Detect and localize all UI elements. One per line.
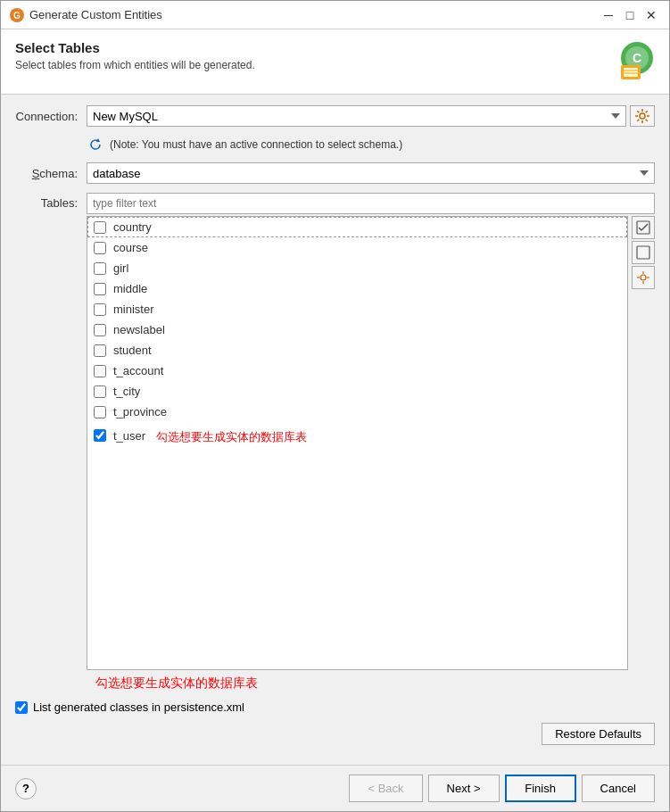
title-bar: G Generate Custom Entities ─ □ ✕ bbox=[1, 1, 669, 29]
footer-right: < Back Next > Finish Cancel bbox=[349, 775, 655, 802]
tables-content: countrycoursegirlmiddleministernewslabel… bbox=[87, 193, 655, 692]
back-button[interactable]: < Back bbox=[349, 775, 422, 802]
schema-row: Schema: database bbox=[15, 162, 655, 184]
table-row[interactable]: t_account bbox=[87, 360, 627, 381]
table-name: minister bbox=[113, 302, 154, 316]
table-checkbox[interactable] bbox=[94, 406, 106, 418]
table-name: course bbox=[113, 241, 148, 254]
main-window: G Generate Custom Entities ─ □ ✕ Select … bbox=[0, 0, 670, 812]
connection-select[interactable]: New MySQL bbox=[87, 105, 626, 127]
maximize-button[interactable]: □ bbox=[621, 6, 639, 24]
table-checkbox[interactable] bbox=[94, 385, 106, 398]
table-checkbox[interactable] bbox=[94, 365, 106, 377]
tables-label: Tables: bbox=[15, 193, 87, 692]
table-checkbox[interactable] bbox=[94, 324, 106, 336]
table-row[interactable]: country bbox=[87, 217, 627, 237]
connection-label: Connection: bbox=[15, 110, 87, 123]
connection-settings-button[interactable] bbox=[630, 105, 655, 127]
connection-row: Connection: New MySQL bbox=[15, 105, 655, 127]
annotation-inline: 勾选想要生成实体的数据库表 bbox=[156, 426, 307, 445]
finish-button[interactable]: Finish bbox=[505, 775, 576, 802]
note-text: (Note: You must have an active connectio… bbox=[110, 138, 402, 151]
restore-defaults-button[interactable]: Restore Defaults bbox=[542, 723, 655, 745]
restore-row: Restore Defaults bbox=[15, 723, 655, 745]
table-name: country bbox=[113, 220, 152, 234]
table-checkbox[interactable] bbox=[94, 262, 106, 275]
table-name: newslabel bbox=[113, 323, 165, 336]
schema-select[interactable]: database bbox=[87, 162, 655, 184]
persistence-checkbox[interactable] bbox=[15, 701, 28, 714]
table-row[interactable]: course bbox=[87, 237, 627, 258]
table-checkbox[interactable] bbox=[94, 221, 106, 234]
table-row[interactable]: t_province bbox=[87, 402, 627, 422]
title-bar-left: G Generate Custom Entities bbox=[10, 8, 162, 22]
deselect-all-button[interactable] bbox=[632, 241, 655, 264]
table-row[interactable]: newslabel bbox=[87, 319, 627, 340]
content-area: Connection: New MySQL bbox=[1, 95, 669, 765]
table-name: t_province bbox=[113, 405, 167, 418]
table-checkbox[interactable] bbox=[94, 344, 106, 357]
next-button[interactable]: Next > bbox=[428, 775, 500, 802]
table-row[interactable]: t_user勾选想要生成实体的数据库表 bbox=[87, 422, 627, 449]
tables-section: Tables: countrycoursegirlmiddleministern… bbox=[15, 193, 655, 692]
svg-point-12 bbox=[641, 275, 646, 280]
table-checkbox[interactable] bbox=[94, 429, 106, 442]
select-all-button[interactable] bbox=[632, 216, 655, 239]
table-list-wrapper: countrycoursegirlmiddleministernewslabel… bbox=[87, 216, 655, 670]
list-action-buttons bbox=[632, 216, 655, 670]
table-name: t_user bbox=[113, 429, 145, 443]
header-logo: C bbox=[612, 40, 655, 83]
table-name: middle bbox=[113, 282, 147, 295]
page-subtitle: Select tables from which entities will b… bbox=[15, 59, 255, 71]
persistence-checkbox-row: List generated classes in persistence.xm… bbox=[15, 700, 655, 714]
svg-point-9 bbox=[640, 113, 645, 119]
schema-label: Schema: bbox=[15, 167, 87, 180]
svg-rect-11 bbox=[637, 246, 649, 259]
svg-rect-6 bbox=[624, 68, 638, 77]
table-row[interactable]: minister bbox=[87, 299, 627, 319]
table-row[interactable]: student bbox=[87, 340, 627, 360]
svg-text:G: G bbox=[13, 11, 21, 21]
dialog-footer: ? < Back Next > Finish Cancel bbox=[1, 765, 669, 811]
refresh-icon bbox=[87, 136, 104, 153]
table-name: girl bbox=[113, 261, 128, 275]
table-list: countrycoursegirlmiddleministernewslabel… bbox=[87, 216, 628, 670]
header-section: Select Tables Select tables from which e… bbox=[1, 29, 669, 95]
table-row[interactable]: t_city bbox=[87, 381, 627, 402]
table-checkbox[interactable] bbox=[94, 303, 106, 316]
note-row: (Note: You must have an active connectio… bbox=[87, 136, 655, 153]
table-row[interactable]: girl bbox=[87, 258, 627, 278]
page-title: Select Tables bbox=[15, 40, 255, 55]
help-button[interactable]: ? bbox=[15, 778, 37, 800]
table-checkbox[interactable] bbox=[94, 283, 106, 295]
footer-left: ? bbox=[15, 778, 37, 800]
table-name: t_city bbox=[113, 385, 140, 398]
connection-input-group: New MySQL bbox=[87, 105, 655, 127]
cancel-button[interactable]: Cancel bbox=[582, 775, 655, 802]
window-title: Generate Custom Entities bbox=[29, 8, 162, 21]
edit-button[interactable] bbox=[632, 266, 655, 289]
svg-text:C: C bbox=[633, 51, 641, 65]
close-button[interactable]: ✕ bbox=[642, 6, 660, 24]
annotation-text: 勾选想要生成实体的数据库表 bbox=[95, 672, 258, 692]
table-row[interactable]: middle bbox=[87, 278, 627, 299]
minimize-button[interactable]: ─ bbox=[600, 6, 617, 24]
table-name: t_account bbox=[113, 364, 163, 377]
filter-input[interactable] bbox=[87, 193, 655, 214]
table-checkbox[interactable] bbox=[94, 242, 106, 254]
window-controls: ─ □ ✕ bbox=[600, 6, 660, 24]
app-icon: G bbox=[10, 8, 24, 22]
header-text: Select Tables Select tables from which e… bbox=[15, 40, 255, 71]
persistence-label[interactable]: List generated classes in persistence.xm… bbox=[33, 700, 244, 714]
table-name: student bbox=[113, 344, 152, 357]
